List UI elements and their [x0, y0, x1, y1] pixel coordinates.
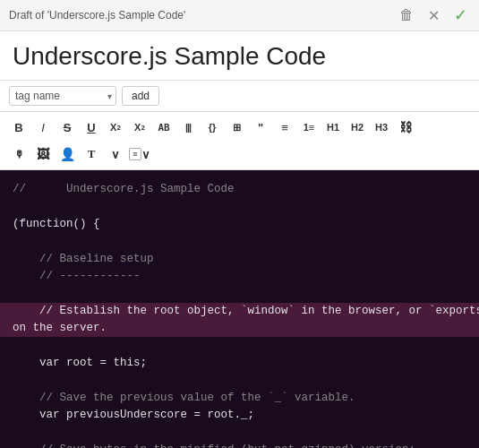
audio-button[interactable]: 🎙 — [7, 142, 30, 166]
top-actions: 🗑 ✕ ✓ — [397, 5, 470, 25]
person-button[interactable]: 👤 — [56, 142, 79, 166]
expand-button[interactable]: ∨ — [104, 142, 127, 166]
text-style-button[interactable]: T — [80, 142, 103, 166]
link-button[interactable]: ⛓ — [394, 116, 417, 139]
code-button[interactable]: {} — [201, 116, 224, 139]
grid-button[interactable]: ⊞ — [225, 116, 248, 139]
monospace-button[interactable]: AB — [152, 116, 175, 139]
code-line-7: var previousUnderscore = root._; — [13, 409, 254, 421]
code-line-3: // Baseline setup — [13, 253, 154, 265]
italic-button[interactable]: I — [31, 116, 55, 139]
cancel-icon[interactable]: ✕ — [423, 5, 443, 25]
h1-button[interactable]: H1 — [321, 116, 345, 139]
tag-row: tag name ▾ add — [0, 81, 479, 112]
image-button[interactable]: 🖼 — [31, 142, 55, 166]
more-button[interactable]: ≡ ∨ — [128, 142, 151, 166]
superscript-button[interactable]: X2 — [104, 116, 127, 139]
unordered-list-button[interactable]: ≡ — [273, 116, 296, 139]
tag-select-wrapper: tag name ▾ — [9, 86, 116, 106]
code-line-4: // ------------ — [13, 270, 141, 282]
subscript-button[interactable]: X2 — [128, 116, 151, 139]
code-line-8: // Save bytes in the minified (but not g… — [13, 444, 415, 448]
code-line-highlight: // Establish the root object, `window` i… — [0, 303, 479, 338]
columns-button[interactable]: ||| — [176, 116, 200, 139]
ordered-list-button[interactable]: 1≡ — [297, 116, 321, 139]
code-line-5: var root = this; — [13, 357, 147, 369]
strikethrough-button[interactable]: S — [56, 116, 79, 139]
title-area — [0, 31, 479, 81]
trash-icon[interactable]: 🗑 — [397, 5, 416, 25]
code-editor: // Underscore.js Sample Code (function()… — [0, 170, 479, 448]
document-title[interactable] — [13, 42, 466, 71]
blockquote-button[interactable]: " — [249, 116, 272, 139]
underline-button[interactable]: U — [80, 116, 103, 139]
tag-select[interactable]: tag name — [15, 90, 110, 102]
code-line-6: // Save the previous value of the `_` va… — [13, 392, 355, 404]
code-line-2: (function() { — [13, 218, 100, 230]
code-line-1: // Underscore.js Sample Code — [13, 183, 235, 195]
add-tag-button[interactable]: add — [122, 86, 159, 106]
h2-button[interactable]: H2 — [346, 116, 369, 139]
toolbar: B I S U X2 X2 AB ||| {} ⊞ " ≡ 1≡ H1 H2 H… — [0, 112, 479, 170]
h3-button[interactable]: H3 — [370, 116, 393, 139]
bold-button[interactable]: B — [7, 116, 30, 139]
draft-label: Draft of 'Underscore.js Sample Code' — [9, 9, 185, 22]
top-bar: Draft of 'Underscore.js Sample Code' 🗑 ✕… — [0, 0, 479, 31]
confirm-icon[interactable]: ✓ — [450, 5, 470, 25]
